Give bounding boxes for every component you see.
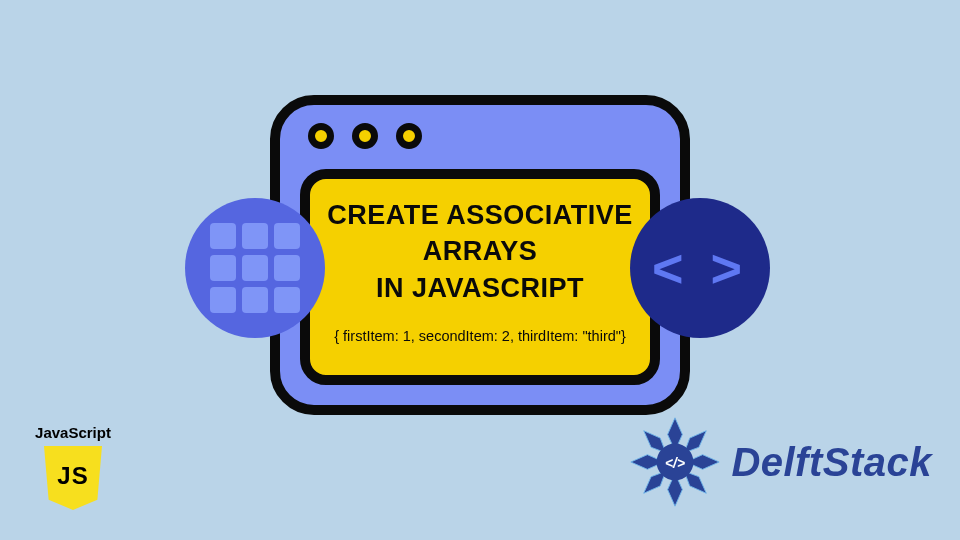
- headline-line: in JavaScript: [376, 273, 584, 303]
- svg-text:</>: </>: [665, 456, 685, 471]
- code-brackets-icon: < >: [652, 237, 748, 299]
- javascript-label: JavaScript: [30, 424, 116, 441]
- code-badge: < >: [630, 198, 770, 338]
- delftstack-mark-icon: </>: [629, 416, 721, 508]
- code-sample: { firstItem: 1, secondItem: 2, thirdItem…: [334, 328, 626, 344]
- window-titlebar: [308, 123, 422, 149]
- window-dot-icon: [396, 123, 422, 149]
- window-content-panel: Create Associative Arrays in JavaScript …: [300, 169, 660, 385]
- javascript-shield-icon: JS: [44, 446, 102, 510]
- grid-badge: [185, 198, 325, 338]
- window-dot-icon: [308, 123, 334, 149]
- window-dot-icon: [352, 123, 378, 149]
- delftstack-logo: </> DelftStack: [629, 416, 932, 508]
- headline: Create Associative Arrays in JavaScript: [324, 197, 636, 306]
- browser-window: Create Associative Arrays in JavaScript …: [270, 95, 690, 415]
- delftstack-wordmark: DelftStack: [731, 440, 932, 485]
- javascript-shield-text: JS: [57, 462, 88, 490]
- javascript-badge: JavaScript JS: [30, 424, 116, 510]
- grid-icon: [210, 223, 300, 313]
- headline-line: Create Associative Arrays: [327, 200, 633, 266]
